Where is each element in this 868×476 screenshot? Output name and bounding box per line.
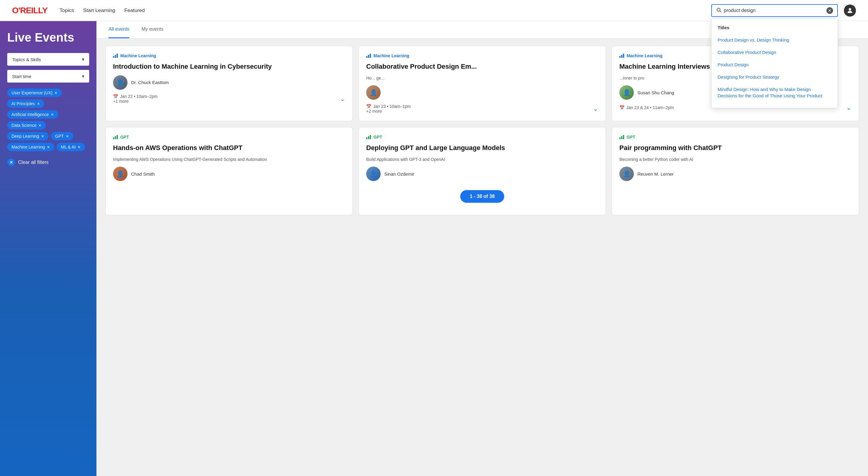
svg-point-0 (717, 8, 720, 11)
card-2-footer: 📅 Jan 23 • 10am–1pm +2 more ⌄ (366, 104, 598, 114)
card-1-avatar-placeholder: 👤 (117, 79, 124, 86)
filter-tag-ai-remove[interactable]: ✕ (51, 113, 54, 117)
card-4-category: GPT (113, 135, 345, 139)
card-3-category-icon (619, 54, 624, 58)
card-3-avatar-placeholder: 👤 (623, 89, 630, 96)
filter-tag-deep-learning[interactable]: Deep Learning ✕ (7, 132, 49, 140)
filter-tag-gpt[interactable]: GPT ✕ (51, 132, 73, 140)
card-4-title: Hands-on AWS Operations with ChatGPT (113, 144, 345, 153)
card-4-subtitle: Implementing AWS Operations Using ChatGP… (113, 157, 345, 163)
dropdown-section-title: Titles (712, 25, 838, 34)
filter-tag-dl-remove[interactable]: ✕ (41, 134, 44, 138)
header: O'REILLY Topics Start Learning Featured … (0, 0, 868, 21)
topics-filter-chevron: ▾ (82, 57, 84, 62)
card-6: GPT Pair programming with ChatGPT Becomi… (612, 127, 859, 215)
search-input[interactable] (724, 8, 827, 13)
card-1-expand-chevron[interactable]: ⌄ (340, 95, 345, 102)
dropdown-item-5[interactable]: Mindful Design: How and Why to Make Desi… (712, 83, 838, 102)
card-4-avatar-placeholder: 👤 (117, 170, 124, 178)
filter-tag-ml-ai-remove[interactable]: ✕ (78, 145, 81, 150)
filter-tag-ml-remove[interactable]: ✕ (47, 145, 50, 150)
card-6-author-name: Reuven M. Lerner (638, 171, 674, 177)
card-5-pagination: 1 - 38 of 38 (366, 185, 598, 208)
filter-tags: User Experience (UX) ✕ AI Principles ✕ A… (7, 89, 89, 151)
tab-my-events[interactable]: My events (141, 21, 163, 38)
card-2-avatar-placeholder: 👤 (370, 89, 377, 96)
card-4-author: 👤 Chad Smith (113, 167, 345, 181)
filter-tag-ai-principles-remove[interactable]: ✕ (37, 101, 40, 106)
card-4: GPT Hands-on AWS Operations with ChatGPT… (105, 127, 352, 215)
card-5-subtitle: Build Applications with GPT-3 and OpenAI (366, 157, 598, 163)
tab-all-events[interactable]: All events (108, 21, 129, 38)
card-1-author: 👤 Dr. Chuck Easttom (113, 75, 345, 90)
filter-tag-ml[interactable]: Machine Learning ✕ (7, 143, 54, 151)
filter-tag-ai-label: Artificial Intelligence (11, 112, 49, 117)
card-2-expand-chevron[interactable]: ⌄ (593, 105, 598, 113)
card-3-author-name: Susan Shu Chang (638, 90, 674, 95)
sidebar-title: Live Events (7, 30, 89, 44)
card-5-author: 👤 Sinan Ozdemir (366, 167, 598, 181)
filter-tag-ml-ai[interactable]: ML & AI ✕ (57, 143, 85, 151)
card-5-avatar-placeholder: 👤 (370, 170, 377, 178)
search-area: ✕ Titles Product Design vs. Design Think… (711, 4, 856, 17)
oreilly-logo: O'REILLY (12, 6, 47, 15)
card-3-date: 📅 Jan 23 & 24 • 11am–2pm (619, 105, 674, 110)
clear-search-button[interactable]: ✕ (827, 7, 833, 14)
card-4-category-label: GPT (120, 135, 129, 139)
card-1-date: 📅 Jan 22 • 10am–2pm (113, 94, 158, 99)
card-2-category-label: Machine Learning (373, 53, 409, 58)
pagination-button[interactable]: 1 - 38 of 38 (460, 190, 504, 203)
card-6-avatar-placeholder: 👤 (623, 170, 630, 178)
filter-tag-ai-principles-label: AI Principles (11, 101, 35, 106)
topics-filter-dropdown[interactable]: Topics & Skills ▾ (7, 53, 89, 66)
card-3-category-label: Machine Learning (627, 53, 662, 58)
start-time-filter-chevron: ▾ (82, 73, 84, 79)
card-4-author-name: Chad Smith (131, 171, 155, 177)
card-2-subtitle: Ho... ge... (366, 75, 598, 81)
svg-line-1 (720, 11, 721, 12)
search-dropdown: Titles Product Design vs. Design Thinkin… (711, 19, 838, 108)
filter-tag-artificial-intelligence[interactable]: Artificial Intelligence ✕ (7, 110, 58, 119)
card-2-author-avatar: 👤 (366, 85, 381, 100)
filter-tag-ux-remove[interactable]: ✕ (54, 91, 58, 95)
card-5-category-label: GPT (373, 135, 382, 139)
card-1-date-text: Jan 22 • 10am–2pm (120, 94, 158, 99)
card-4-category-icon (113, 135, 118, 139)
nav-topics[interactable]: Topics (59, 7, 74, 13)
dropdown-item-1[interactable]: Product Design vs. Design Thinking (712, 34, 838, 46)
card-3-expand-chevron[interactable]: ⌄ (846, 104, 851, 111)
card-5-category: GPT (366, 135, 598, 139)
filter-tag-ux[interactable]: User Experience (UX) ✕ (7, 89, 62, 97)
filter-tag-ml-ai-label: ML & AI (61, 145, 76, 150)
card-3-date-text: Jan 23 & 24 • 11am–2pm (626, 105, 674, 110)
nav-start-learning[interactable]: Start Learning (83, 7, 116, 13)
dropdown-item-4[interactable]: Designing for Product Strategy (712, 71, 838, 83)
filter-tag-gpt-remove[interactable]: ✕ (66, 134, 69, 138)
card-3-calendar-icon: 📅 (619, 105, 624, 110)
filter-tag-data-science[interactable]: Data Science ✕ (7, 121, 46, 130)
card-2-author: 👤 (366, 85, 598, 100)
search-box: ✕ (711, 4, 838, 17)
card-6-author-avatar: 👤 (619, 167, 634, 181)
user-avatar[interactable] (844, 4, 856, 17)
filter-tag-ai-principles[interactable]: AI Principles ✕ (7, 99, 44, 108)
filter-tag-ds-remove[interactable]: ✕ (38, 123, 41, 128)
dropdown-item-2[interactable]: Collaborative Product Design (712, 46, 838, 58)
card-1-author-avatar: 👤 (113, 75, 127, 90)
sidebar: Live Events Topics & Skills ▾ Start time… (0, 21, 96, 476)
card-5: GPT Deploying GPT and Large Language Mod… (359, 127, 606, 215)
card-1-calendar-icon: 📅 (113, 94, 118, 99)
card-1-date-more: 📅 Jan 22 • 10am–2pm +1 more (113, 94, 158, 104)
clear-all-filters-button[interactable]: ✕ Clear all filters (7, 158, 49, 166)
card-1-more: +1 more (113, 99, 158, 104)
card-1-footer: 📅 Jan 22 • 10am–2pm +1 more ⌄ (113, 94, 345, 104)
card-5-category-icon (366, 135, 371, 139)
dropdown-item-3[interactable]: Product Design (712, 58, 838, 71)
nav-featured[interactable]: Featured (124, 7, 145, 13)
filter-tag-ds-label: Data Science (11, 123, 36, 128)
filter-tag-ux-label: User Experience (UX) (11, 90, 53, 95)
card-1-category-icon (113, 54, 118, 58)
card-2-more: +2 more (366, 109, 411, 114)
start-time-filter-dropdown[interactable]: Start time ▾ (7, 70, 89, 83)
card-2-calendar-icon: 📅 (366, 104, 371, 109)
